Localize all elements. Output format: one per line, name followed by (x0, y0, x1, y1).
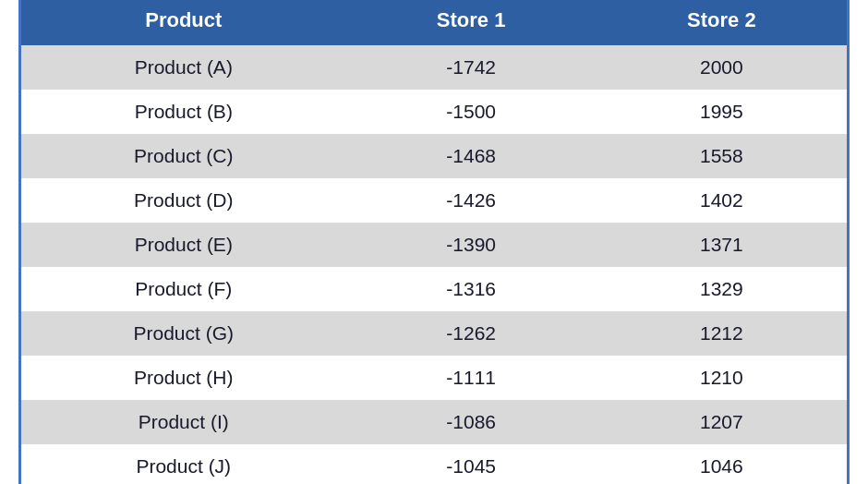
data-table: Product Store 1 Store 2 Product (A)-1742… (18, 0, 850, 484)
cell-store1: -1262 (346, 311, 597, 356)
cell-product: Product (C) (21, 134, 346, 178)
header-store2: Store 2 (597, 0, 847, 45)
cell-store1: -1111 (346, 356, 597, 400)
cell-store2: 1371 (597, 223, 847, 267)
cell-product: Product (A) (21, 45, 346, 90)
cell-store2: 1329 (597, 267, 847, 311)
header-product: Product (21, 0, 346, 45)
table-row: Product (B)-15001995 (21, 90, 847, 134)
table-row: Product (G)-12621212 (21, 311, 847, 356)
table-row: Product (I)-10861207 (21, 400, 847, 444)
table-row: Product (J)-10451046 (21, 444, 847, 484)
cell-store2: 1558 (597, 134, 847, 178)
cell-product: Product (J) (21, 444, 346, 484)
table-row: Product (H)-11111210 (21, 356, 847, 400)
cell-store2: 1212 (597, 311, 847, 356)
cell-store2: 1210 (597, 356, 847, 400)
cell-product: Product (D) (21, 178, 346, 223)
table-row: Product (E)-13901371 (21, 223, 847, 267)
cell-store1: -1086 (346, 400, 597, 444)
table-row: Product (F)-13161329 (21, 267, 847, 311)
cell-store1: -1500 (346, 90, 597, 134)
cell-product: Product (E) (21, 223, 346, 267)
cell-store2: 1402 (597, 178, 847, 223)
table-row: Product (A)-17422000 (21, 45, 847, 90)
cell-store2: 1046 (597, 444, 847, 484)
cell-store2: 1995 (597, 90, 847, 134)
header-store1: Store 1 (346, 0, 597, 45)
cell-product: Product (G) (21, 311, 346, 356)
cell-store1: -1426 (346, 178, 597, 223)
cell-store1: -1390 (346, 223, 597, 267)
cell-store1: -1468 (346, 134, 597, 178)
cell-product: Product (H) (21, 356, 346, 400)
cell-store2: 2000 (597, 45, 847, 90)
table-header-row: Product Store 1 Store 2 (21, 0, 847, 45)
cell-store1: -1045 (346, 444, 597, 484)
table-row: Product (C)-14681558 (21, 134, 847, 178)
cell-store2: 1207 (597, 400, 847, 444)
cell-product: Product (B) (21, 90, 346, 134)
cell-product: Product (I) (21, 400, 346, 444)
cell-store1: -1742 (346, 45, 597, 90)
cell-store1: -1316 (346, 267, 597, 311)
table-row: Product (D)-14261402 (21, 178, 847, 223)
cell-product: Product (F) (21, 267, 346, 311)
